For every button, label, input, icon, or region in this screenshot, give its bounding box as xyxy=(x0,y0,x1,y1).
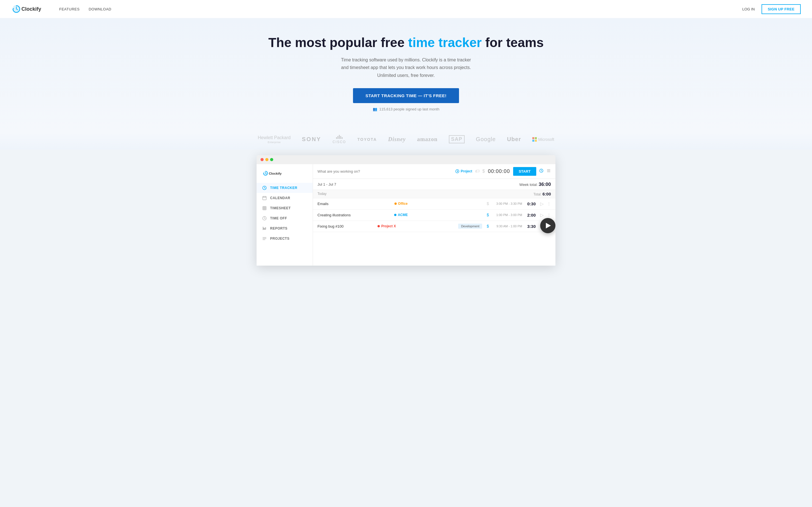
entry-project-emails: Office xyxy=(395,202,408,206)
brand-toyota: TOYOTA xyxy=(357,137,377,142)
sidebar-label-projects: PROJECTS xyxy=(270,237,290,240)
hero-title-part2: for teams xyxy=(481,35,544,50)
nav-download[interactable]: DOWNLOAD xyxy=(89,7,111,11)
tracker-history-icon[interactable] xyxy=(539,168,544,174)
entry-billable-emails[interactable]: $ xyxy=(487,202,489,206)
navbar-logo[interactable]: Clockify xyxy=(11,4,48,14)
entry-tag-badge-bug: Development xyxy=(458,224,482,229)
entry-project-illustrations: ACME xyxy=(394,213,408,217)
entry-duration-illustrations: 2:00 xyxy=(524,213,536,217)
project-dot-emails xyxy=(395,203,397,205)
svg-rect-13 xyxy=(264,228,264,230)
entry-more-emails[interactable]: ⋮ xyxy=(547,202,551,206)
sidebar-label-calendar: CALENDAR xyxy=(270,196,290,200)
brand-hp: Hewlett Packard Enterprise xyxy=(258,135,291,144)
week-total: Week total: 36:00 xyxy=(519,182,551,187)
brand-uber: Uber xyxy=(507,136,521,143)
window-titlebar xyxy=(257,155,555,164)
hero-title-accent: time tracker xyxy=(408,35,482,50)
navbar-links: FEATURES DOWNLOAD xyxy=(59,7,742,11)
app-mockup: Clockify TIME TRACKER xyxy=(251,155,561,266)
entry-project-name-illustrations: ACME xyxy=(398,213,408,217)
app-main: Project 🏷 $ 00:00:00 START Jul 1 - Jul 7 xyxy=(313,164,555,266)
svg-text:Clockify: Clockify xyxy=(269,172,282,175)
brand-disney: Disney xyxy=(388,136,406,143)
week-header: Jul 1 - Jul 7 Week total: 36:00 xyxy=(313,179,555,189)
project-dot-illustrations xyxy=(394,214,396,216)
titlebar-maximize[interactable] xyxy=(270,158,273,161)
svg-rect-2 xyxy=(532,137,534,139)
time-entry-bug: Fixing bug #100 Project X Development $ … xyxy=(313,221,555,232)
navbar: Clockify FEATURES DOWNLOAD LOG IN SIGN U… xyxy=(0,0,812,18)
hero-section: The most popular free time tracker for t… xyxy=(0,18,812,133)
day-header: Today Total: 6:00 xyxy=(313,189,555,198)
people-icon: 👥 xyxy=(373,107,377,111)
titlebar-close[interactable] xyxy=(260,158,264,161)
sidebar-item-time-off[interactable]: TIME OFF xyxy=(257,213,313,223)
brand-microsoft: Microsoft xyxy=(532,137,554,142)
hero-cta-button[interactable]: START TRACKING TIME — IT'S FREE! xyxy=(353,88,459,103)
entry-desc-bug: Fixing bug #100 xyxy=(317,224,375,228)
sidebar-item-reports[interactable]: REPORTS xyxy=(257,223,313,233)
nav-login-button[interactable]: LOG IN xyxy=(742,7,755,11)
tracker-time-display: 00:00:00 xyxy=(488,168,510,174)
sidebar-logo[interactable]: Clockify xyxy=(257,168,313,183)
app-sidebar: Clockify TIME TRACKER xyxy=(257,164,313,266)
svg-rect-4 xyxy=(532,140,534,142)
svg-rect-14 xyxy=(264,228,265,230)
entry-billable-bug[interactable]: $ xyxy=(487,224,489,228)
svg-rect-9 xyxy=(263,196,266,200)
time-entry-illustrations: Creating illustrations ACME $ 1:00 PM - … xyxy=(313,210,555,221)
entry-project-bug: Project X xyxy=(377,224,396,228)
entry-time-range-bug: 9:30 AM - 1:00 PM xyxy=(491,224,522,228)
brand-google: Google xyxy=(476,136,496,143)
entry-desc-illustrations: Creating illustrations xyxy=(317,213,392,217)
entry-play-illustrations[interactable]: ▷ xyxy=(540,212,544,218)
nav-features[interactable]: FEATURES xyxy=(59,7,80,11)
svg-rect-5 xyxy=(535,140,537,142)
mockup-body: Clockify TIME TRACKER xyxy=(257,164,555,266)
sidebar-item-time-tracker[interactable]: TIME TRACKER xyxy=(257,183,313,193)
brand-sap: SAP xyxy=(449,135,465,144)
svg-rect-15 xyxy=(265,227,266,230)
entry-project-name-bug: Project X xyxy=(381,224,396,228)
tracker-tag-button[interactable]: 🏷 xyxy=(475,169,479,174)
hero-subtitle: Time tracking software used by millions.… xyxy=(330,56,482,79)
svg-text:Clockify: Clockify xyxy=(21,6,41,12)
entry-more-illustrations[interactable]: ⋮ xyxy=(547,213,551,217)
tracker-description-input[interactable] xyxy=(317,169,453,173)
svg-rect-12 xyxy=(263,227,263,230)
sidebar-item-projects[interactable]: PROJECTS xyxy=(257,233,313,244)
time-entry-emails: Emails Office $ 3:00 PM - 3:30 PM 0:30 ▷… xyxy=(313,198,555,210)
sidebar-item-calendar[interactable]: CALENDAR xyxy=(257,193,313,203)
entry-desc-emails: Emails xyxy=(317,202,392,206)
entry-play-emails[interactable]: ▷ xyxy=(540,201,544,207)
sidebar-item-timesheet[interactable]: TIMESHEET xyxy=(257,203,313,213)
sidebar-label-time-off: TIME OFF xyxy=(270,216,287,220)
navbar-right: LOG IN SIGN UP FREE xyxy=(742,4,801,14)
project-dot-bug xyxy=(377,225,380,227)
hero-social-proof: 👥 115,613 people signed up last month xyxy=(6,107,806,111)
sidebar-label-timesheet: TIMESHEET xyxy=(270,206,291,210)
brand-sony: SONY xyxy=(302,136,321,143)
entry-billable-illustrations[interactable]: $ xyxy=(487,213,489,217)
titlebar-minimize[interactable] xyxy=(265,158,268,161)
entry-time-range-emails: 3:00 PM - 3:30 PM xyxy=(491,202,522,205)
brands-section: Hewlett Packard Enterprise SONY CISCO TO… xyxy=(0,133,812,150)
svg-rect-10 xyxy=(263,207,266,210)
entry-duration-bug: 3:30 xyxy=(524,224,536,229)
tracker-list-icon[interactable] xyxy=(546,168,551,174)
day-label: Today xyxy=(317,192,326,196)
entry-duration-emails: 0:30 xyxy=(524,202,536,206)
tracker-billable-button[interactable]: $ xyxy=(483,169,485,174)
play-triangle-icon xyxy=(546,223,551,228)
tracker-start-button[interactable]: START xyxy=(513,167,536,176)
sidebar-label-time-tracker: TIME TRACKER xyxy=(270,186,297,190)
hero-title-part1: The most popular free xyxy=(268,35,408,50)
mockup-window: Clockify TIME TRACKER xyxy=(257,155,555,266)
week-range: Jul 1 - Jul 7 xyxy=(317,182,336,186)
nav-signup-button[interactable]: SIGN UP FREE xyxy=(762,4,801,14)
tracker-project-selector[interactable]: Project xyxy=(455,169,472,173)
hero-title: The most popular free time tracker for t… xyxy=(6,35,806,50)
video-play-button[interactable] xyxy=(540,218,555,233)
